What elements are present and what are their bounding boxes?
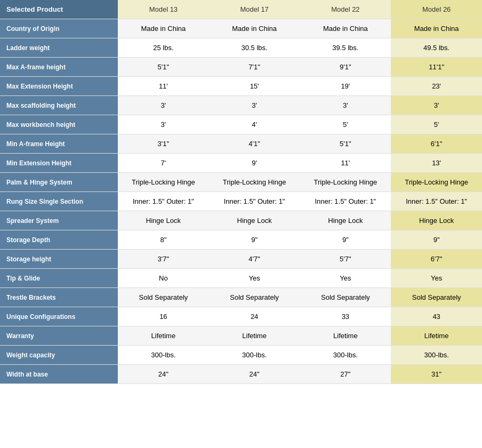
row-value: 4'7" (209, 250, 300, 269)
row-value: 30.5 lbs. (209, 38, 300, 58)
row-value: 43 (391, 307, 482, 326)
row-value: 3' (300, 96, 391, 115)
row-value: Sold Separately (209, 288, 300, 307)
table-row: Country of OriginMade in ChinaMade in Ch… (0, 19, 482, 38)
row-label: Min Extension Height (0, 154, 118, 173)
table-row: Min Extension Height7'9'11'13' (0, 154, 482, 173)
row-value: Hinge Lock (300, 211, 391, 230)
row-label: Tip & Glide (0, 269, 118, 288)
row-value: Sold Separately (300, 288, 391, 307)
row-label: Storage height (0, 250, 118, 269)
row-value: 19' (300, 77, 391, 96)
row-value: 3' (391, 96, 482, 115)
model17-header: Model 17 (209, 0, 300, 19)
row-value: 15' (209, 77, 300, 96)
row-value: 6'7" (391, 250, 482, 269)
table-row: Trestle BracketsSold SeparatelySold Sepa… (0, 288, 482, 307)
row-value: 300-lbs. (300, 346, 391, 365)
row-value: No (118, 269, 209, 288)
row-value: 39.5 lbs. (300, 38, 391, 58)
row-value: Hinge Lock (118, 211, 209, 230)
table-row: Max Extension Height11'15'19'23' (0, 77, 482, 96)
row-value: 4' (209, 115, 300, 134)
row-value: 31" (391, 365, 482, 384)
model13-header: Model 13 (118, 0, 209, 19)
row-value: 300-lbs. (209, 346, 300, 365)
row-value: 7'1" (209, 58, 300, 77)
row-value: Made in China (391, 19, 482, 38)
table-row: WarrantyLifetimeLifetimeLifetimeLifetime (0, 326, 482, 346)
row-value: Made in China (300, 19, 391, 38)
row-value: 16 (118, 307, 209, 326)
row-value: 5' (300, 115, 391, 134)
row-value: 5'1" (118, 58, 209, 77)
row-value: 25 lbs. (118, 38, 209, 58)
row-value: 11'1" (391, 58, 482, 77)
row-value: Made in China (118, 19, 209, 38)
table-row: Tip & GlideNoYesYesYes (0, 269, 482, 288)
row-value: Hinge Lock (391, 211, 482, 230)
row-label: Palm & Hinge System (0, 173, 118, 192)
row-value: Hinge Lock (209, 211, 300, 230)
row-label: Max scaffolding height (0, 96, 118, 115)
table-row: Spreader SystemHinge LockHinge LockHinge… (0, 211, 482, 230)
row-value: Lifetime (118, 326, 209, 346)
row-value: Inner: 1.5" Outer: 1" (300, 192, 391, 211)
table-row: Storage height3'7"4'7"5'7"6'7" (0, 250, 482, 269)
row-label: Spreader System (0, 211, 118, 230)
row-value: 24 (209, 307, 300, 326)
row-value: Sold Separately (118, 288, 209, 307)
row-label: Rung Size Single Section (0, 192, 118, 211)
row-value: Triple-Locking Hinge (300, 173, 391, 192)
table-row: Width at base24"24"27"31" (0, 365, 482, 384)
row-label: Warranty (0, 326, 118, 346)
row-value: Lifetime (300, 326, 391, 346)
table-row: Min A-frame Height3'1"4'1"5'1"6'1" (0, 134, 482, 154)
row-value: 24" (118, 365, 209, 384)
row-value: 300-lbs. (391, 346, 482, 365)
row-value: 3'1" (118, 134, 209, 154)
row-value: 27" (300, 365, 391, 384)
row-label: Min A-frame Height (0, 134, 118, 154)
row-label: Unique Configurations (0, 307, 118, 326)
table-row: Max scaffolding height3'3'3'3' (0, 96, 482, 115)
row-value: Sold Separately (391, 288, 482, 307)
row-label: Width at base (0, 365, 118, 384)
row-value: 3' (118, 96, 209, 115)
row-value: 24" (209, 365, 300, 384)
table-row: Weight capacity300-lbs.300-lbs.300-lbs.3… (0, 346, 482, 365)
table-row: Rung Size Single SectionInner: 1.5" Oute… (0, 192, 482, 211)
row-value: 49.5 lbs. (391, 38, 482, 58)
row-value: 3' (118, 115, 209, 134)
row-value: 9" (209, 230, 300, 250)
row-value: 5' (391, 115, 482, 134)
model22-header: Model 22 (300, 0, 391, 19)
row-value: Inner: 1.5" Outer: 1" (118, 192, 209, 211)
row-value: 4'1" (209, 134, 300, 154)
row-value: 5'1" (300, 134, 391, 154)
table-row: Palm & Hinge SystemTriple-Locking HingeT… (0, 173, 482, 192)
row-value: Yes (391, 269, 482, 288)
row-value: Made in China (209, 19, 300, 38)
row-label: Storage Depth (0, 230, 118, 250)
row-value: Triple-Locking Hinge (118, 173, 209, 192)
model26-header: Model 26 (391, 0, 482, 19)
row-value: Yes (209, 269, 300, 288)
row-value: 5'7" (300, 250, 391, 269)
row-value: 8" (118, 230, 209, 250)
row-label: Max Extension Height (0, 77, 118, 96)
row-value: 13' (391, 154, 482, 173)
row-value: 300-lbs. (118, 346, 209, 365)
row-value: 3' (209, 96, 300, 115)
row-value: Lifetime (391, 326, 482, 346)
row-value: 9" (300, 230, 391, 250)
row-value: 11' (118, 77, 209, 96)
row-value: Lifetime (209, 326, 300, 346)
row-label: Ladder weight (0, 38, 118, 58)
row-label: Weight capacity (0, 346, 118, 365)
table-row: Max workbench height3'4'5'5' (0, 115, 482, 134)
row-value: 23' (391, 77, 482, 96)
row-value: Triple-Locking Hinge (391, 173, 482, 192)
row-value: 33 (300, 307, 391, 326)
row-value: 3'7" (118, 250, 209, 269)
